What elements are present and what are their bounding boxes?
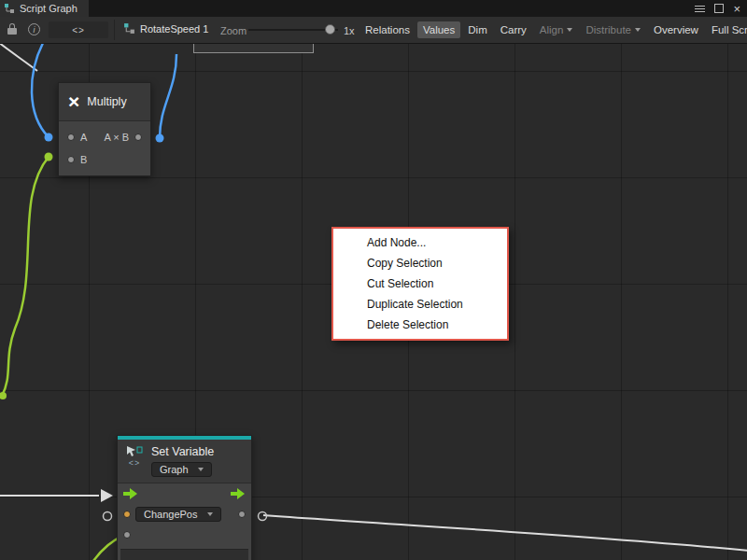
multiply-icon: × [68,94,79,109]
flow-input-port[interactable] [123,488,138,499]
graph-owner-icon [123,22,135,35]
set-variable-header[interactable]: <> Set Variable Graph [118,440,251,483]
breadcrumb-label: RotateSpeed 1 [140,23,208,35]
tab-script-graph[interactable]: Script Graph [0,0,89,17]
set-variable-title: Set Variable [151,445,214,458]
set-variable-icon: <> [125,445,144,477]
distribute-label: Distribute [585,24,631,35]
window-controls: × [695,3,747,15]
variable-name-dropdown[interactable]: ChangePos [135,507,221,522]
menu-item-delete-selection[interactable]: Delete Selection [333,315,507,335]
variable-value-port[interactable] [123,511,131,518]
menu-item-cut-selection[interactable]: Cut Selection [333,273,507,294]
zoom-label: Zoom [220,25,247,36]
menu-item-add-node[interactable]: Add Node... [333,232,507,253]
distribute-button[interactable]: Distribute [580,21,646,38]
multiply-node-title: Multiply [87,95,126,108]
lock-icon[interactable] [7,23,19,36]
info-icon[interactable]: i [28,23,40,35]
code-icon: <> [129,458,141,468]
port-out-label: A × B [104,132,129,143]
menu-item-duplicate-selection[interactable]: Duplicate Selection [333,294,507,315]
caret-down-icon [567,28,572,32]
port-a-input[interactable] [67,133,75,141]
fullscreen-button[interactable]: Full Screen [706,21,747,38]
node-footer [120,549,248,560]
set-variable-body: ChangePos [118,483,251,545]
align-button[interactable]: Align [534,21,579,38]
port-row-b: B [59,148,150,171]
port-a-label: A [80,132,87,143]
breadcrumb[interactable]: RotateSpeed 1 [123,22,208,35]
multiply-node-body: A A × B B [59,121,150,175]
port-row-a: A A × B [59,126,150,148]
values-button[interactable]: Values [417,21,460,38]
variable-scope-dropdown[interactable]: Graph [151,462,212,477]
variable-scope-value: Graph [160,464,189,475]
toolbar-buttons: Relations Values Dim Carry Align Distrib… [359,17,747,43]
zoom-value: 1x [344,25,355,36]
output-value-port[interactable] [238,511,246,518]
relations-button[interactable]: Relations [359,21,416,38]
caret-down-icon [198,468,204,471]
window-titlebar: Script Graph × [0,0,747,17]
window-menu-icon[interactable] [695,6,705,12]
maximize-icon[interactable] [714,4,724,13]
multiply-node-header[interactable]: × Multiply [59,83,150,121]
carry-button[interactable]: Carry [495,21,532,38]
zoom-slider[interactable] [248,22,338,37]
fallback-value-port[interactable] [123,531,131,539]
flow-output-port[interactable] [231,488,246,499]
variable-name-value: ChangePos [144,509,198,520]
fallback-row [118,525,251,545]
set-variable-node[interactable]: <> Set Variable Graph ChangePos [117,435,252,560]
caret-down-icon [635,28,641,32]
menu-item-copy-selection[interactable]: Copy Selection [333,253,507,273]
zoom-slider-knob[interactable] [325,24,335,35]
code-view-button[interactable]: <> [49,21,108,38]
overview-button[interactable]: Overview [648,21,704,38]
dim-button[interactable]: Dim [462,21,492,38]
context-menu: Add Node... Copy Selection Cut Selection… [331,227,509,341]
toolbar-divider [114,20,115,40]
close-icon[interactable]: × [733,3,740,15]
port-b-input[interactable] [67,156,75,163]
caret-down-icon [207,512,213,516]
multiply-node[interactable]: × Multiply A A × B B [58,82,151,176]
flow-row [118,483,251,504]
code-icon: <> [72,25,85,35]
align-label: Align [540,24,564,35]
port-out-output[interactable] [134,133,142,141]
graph-toolbar: i <> RotateSpeed 1 Zoom 1x Relations Val… [0,17,747,44]
script-graph-icon [4,3,15,14]
port-b-label: B [80,154,87,165]
variable-row: ChangePos [118,504,251,525]
tab-label: Script Graph [20,3,78,14]
